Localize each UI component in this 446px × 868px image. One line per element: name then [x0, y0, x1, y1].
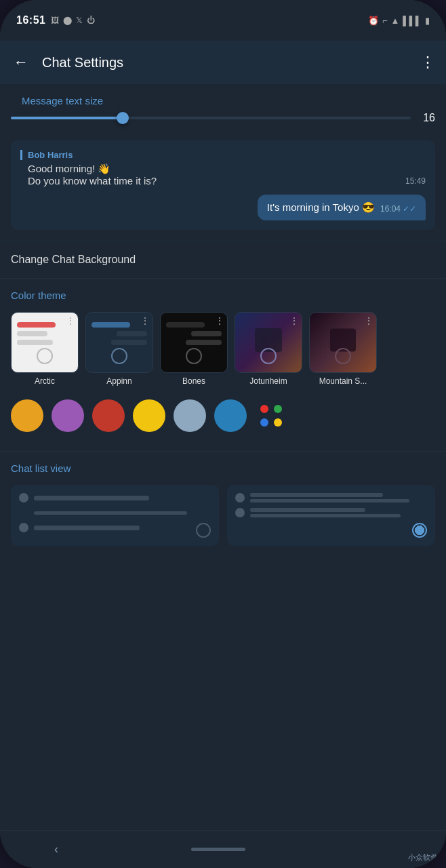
page-title: Chat Settings: [42, 55, 409, 71]
chat-list-label: Chat list view: [0, 452, 446, 479]
phone-screen: 16:51 🖼 ⬤ 𝕏 ⏻ ⏰ ⌐ ▲ ▌▌▌ ▮ ← Chat Setting…: [0, 0, 446, 868]
color-purple[interactable]: [52, 399, 84, 432]
received-message: Bob Harris Good morning! 👋: [20, 150, 325, 175]
theme-arctic-name: Arctic: [11, 376, 79, 386]
received-time: 15:49: [405, 176, 426, 186]
more-options-button[interactable]: ⋮: [420, 54, 435, 71]
chat-list-default[interactable]: [11, 485, 219, 546]
compact-line-1: [250, 493, 383, 497]
circle-icon: ⬤: [63, 16, 72, 25]
color-orange[interactable]: [11, 399, 43, 432]
chat-avatar-sm-2: [19, 523, 28, 532]
color-yellow[interactable]: [133, 399, 165, 432]
message-size-label: Message text size: [11, 84, 435, 112]
svg-point-3: [274, 418, 282, 427]
received-msg-2-row: Do you know what time it is? 15:49: [20, 175, 426, 186]
chat-line-1: [34, 496, 149, 500]
change-background-item[interactable]: Change Chat Background: [0, 241, 446, 278]
slider-section: Message text size 16: [0, 84, 446, 135]
chat-list-compact-row2: [235, 508, 427, 517]
chat-list-options: [0, 479, 446, 551]
size-slider-track[interactable]: [11, 117, 411, 119]
theme-jotunheim-name: Jotunheim: [235, 376, 302, 386]
wifi-icon: ▲: [390, 16, 399, 26]
color-theme-section: Color theme ⋮: [0, 279, 446, 451]
slider-value: 16: [419, 112, 435, 124]
slider-fill: [11, 117, 123, 119]
themes-scroll: ⋮ Arctic ⋮: [0, 307, 446, 394]
theme-jotunheim[interactable]: ⋮ Jotunheim: [235, 312, 302, 386]
sent-bubble: It's morning in Tokyo 😎 16:04 ✓✓: [258, 195, 426, 220]
status-icons-right: ⏰ ⌐ ▲ ▌▌▌ ▮: [368, 16, 430, 26]
sent-time: 16:04: [380, 204, 401, 214]
theme-bones-bars: [166, 322, 222, 349]
compact-lines: [250, 493, 427, 502]
theme-bones-preview: ⋮: [160, 312, 228, 373]
sent-meta: 16:04 ✓✓: [380, 204, 416, 214]
svg-point-2: [260, 418, 268, 427]
color-circles: [0, 394, 446, 443]
chat-avatar-sm-4: [235, 508, 245, 517]
theme-mountains-name: Mountain S...: [309, 376, 377, 386]
chat-list-default-row2: [19, 508, 211, 517]
theme-bones-circle: [186, 348, 202, 364]
theme-appinn-bars: [92, 322, 147, 349]
theme-appinn[interactable]: ⋮ Appinn: [85, 312, 153, 386]
chat-line-3: [34, 526, 140, 530]
radio-default[interactable]: [196, 523, 211, 538]
svg-point-0: [260, 405, 268, 413]
theme-mountains[interactable]: ⋮ Mountain S...: [309, 312, 377, 386]
color-theme-label: Color theme: [0, 279, 446, 307]
theme-appinn-circle: [111, 348, 127, 364]
status-bar: 16:51 🖼 ⬤ 𝕏 ⏻ ⏰ ⌐ ▲ ▌▌▌ ▮: [0, 0, 446, 41]
watermark: 小众软件: [408, 852, 438, 863]
theme-mountains-preview: ⋮: [309, 312, 377, 373]
slider-thumb[interactable]: [117, 112, 129, 124]
received-text-1: Good morning! 👋: [20, 163, 325, 175]
compact-line-2: [250, 499, 409, 502]
theme-appinn-preview: ⋮: [85, 312, 153, 373]
compact-line-3: [250, 508, 365, 512]
chat-list-default-row3: [19, 523, 211, 532]
double-check-icon: ✓✓: [403, 204, 416, 214]
radio-compact[interactable]: [412, 523, 427, 538]
color-more-button[interactable]: [255, 399, 287, 432]
received-text-2: Do you know what time it is?: [28, 175, 403, 186]
back-button[interactable]: ←: [11, 51, 31, 74]
chat-list-compact-row1: [235, 493, 427, 502]
chat-list-section: Chat list view: [0, 452, 446, 562]
signal-icon: ▌▌▌: [403, 16, 422, 26]
theme-arctic-preview: ⋮: [11, 312, 79, 373]
power-icon: ⏻: [87, 16, 95, 25]
content-area: Message text size 16 Bob Harris Good mor…: [0, 84, 446, 830]
theme-appinn-name: Appinn: [85, 376, 153, 386]
phone-frame: 16:51 🖼 ⬤ 𝕏 ⏻ ⏰ ⌐ ▲ ▌▌▌ ▮ ← Chat Setting…: [0, 0, 446, 868]
nav-back-arrow[interactable]: ‹: [54, 842, 58, 856]
alarm-icon: ⏰: [368, 16, 379, 26]
chat-list-default-row1: [19, 493, 211, 502]
theme-mountains-dots[interactable]: ⋮: [364, 315, 373, 326]
svg-point-1: [274, 405, 282, 413]
color-blue[interactable]: [214, 399, 247, 432]
theme-jotunheim-dots[interactable]: ⋮: [289, 315, 299, 326]
app-bar: ← Chat Settings ⋮: [0, 41, 446, 84]
chat-list-compact[interactable]: [227, 485, 435, 546]
key-icon: ⌐: [382, 16, 388, 26]
theme-arctic-circle: [37, 348, 53, 364]
twitter-icon: 𝕏: [76, 16, 83, 25]
chat-preview: Bob Harris Good morning! 👋 Do you know w…: [11, 140, 435, 230]
theme-jotunheim-preview: ⋮: [235, 312, 302, 373]
slider-row: 16: [11, 112, 435, 124]
theme-bones-name: Bones: [160, 376, 228, 386]
chat-line-2: [34, 511, 187, 515]
color-gray-blue[interactable]: [174, 399, 206, 432]
theme-arctic[interactable]: ⋮ Arctic: [11, 312, 79, 386]
color-red[interactable]: [92, 399, 125, 432]
home-indicator[interactable]: [191, 848, 245, 851]
theme-arctic-bars: [17, 322, 73, 349]
theme-bones[interactable]: ⋮ Bones: [160, 312, 228, 386]
battery-icon: ▮: [425, 16, 430, 26]
status-icons-left: 🖼 ⬤ 𝕏 ⏻: [51, 16, 95, 25]
sent-bubble-wrapper: It's morning in Tokyo 😎 16:04 ✓✓: [20, 195, 426, 220]
status-time: 16:51: [16, 14, 45, 26]
